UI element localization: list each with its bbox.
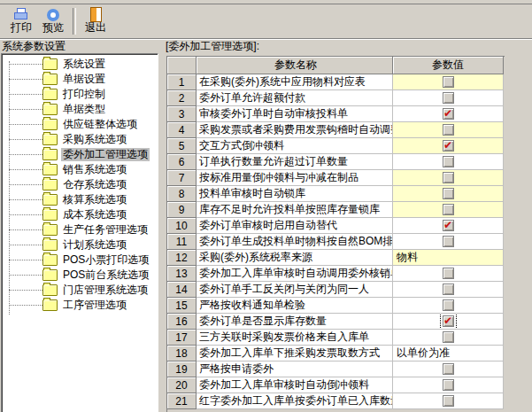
- checkbox-unchecked[interactable]: [443, 172, 454, 183]
- row-number-cell[interactable]: 1: [167, 74, 197, 90]
- parameter-name-cell[interactable]: 按标准用量倒冲领料与冲减在制品: [197, 170, 393, 186]
- parameter-value-cell[interactable]: [393, 393, 504, 409]
- checkbox-unchecked[interactable]: [443, 124, 454, 136]
- row-number-cell[interactable]: 16: [167, 314, 197, 330]
- parameter-name-cell[interactable]: 三方关联时采购发票价格来自入库单: [197, 330, 393, 346]
- parameter-name-cell[interactable]: 委外订单允许超额付款: [197, 90, 393, 106]
- parameter-value-cell[interactable]: ✔: [393, 314, 504, 330]
- tree-item[interactable]: 供应链整体选项: [2, 117, 158, 132]
- parameter-value-cell[interactable]: 物料: [393, 250, 504, 266]
- checkbox-unchecked[interactable]: [443, 156, 454, 167]
- checkbox-unchecked[interactable]: [443, 379, 454, 391]
- preview-button[interactable]: 预览: [37, 6, 69, 36]
- parameter-value-cell[interactable]: [393, 266, 504, 282]
- checkbox-checked[interactable]: ✔: [443, 108, 454, 120]
- row-number-cell[interactable]: 4: [167, 122, 197, 138]
- parameter-value-cell[interactable]: [393, 234, 504, 250]
- parameter-name-cell[interactable]: 委外加工入库单下推采购发票取数方式: [197, 346, 393, 361]
- parameter-name-cell[interactable]: 投料单审核时自动锁库: [197, 186, 393, 202]
- row-number-cell[interactable]: 21: [167, 393, 197, 409]
- tree-item[interactable]: 系统设置: [2, 57, 158, 72]
- tree-item[interactable]: 销售系统选项: [2, 162, 158, 177]
- parameter-value-cell[interactable]: [393, 361, 504, 377]
- parameter-name-cell[interactable]: 库存不足时允许投料单按照库存量锁库: [197, 202, 393, 218]
- parameter-value-cell[interactable]: [393, 154, 504, 170]
- checkbox-unchecked[interactable]: [443, 363, 454, 375]
- parameter-value-cell[interactable]: [393, 186, 504, 202]
- parameter-value-cell[interactable]: [393, 170, 504, 186]
- row-number-cell[interactable]: 2: [167, 90, 197, 106]
- row-number-cell[interactable]: 7: [167, 170, 197, 186]
- tree-item[interactable]: 生产任务管理选项: [2, 222, 158, 237]
- tree-item[interactable]: 打印控制: [2, 87, 158, 102]
- parameter-value-cell[interactable]: [393, 330, 504, 346]
- parameter-name-cell[interactable]: 在采购(委外)系统中应用物料对应表: [197, 74, 393, 90]
- row-number-cell[interactable]: 8: [167, 186, 197, 202]
- checkbox-unchecked[interactable]: [443, 299, 454, 311]
- checkbox-unchecked[interactable]: [443, 76, 454, 88]
- parameter-value-cell[interactable]: [393, 298, 504, 314]
- checkbox-unchecked[interactable]: [443, 284, 454, 295]
- tree-item[interactable]: 单据设置: [2, 72, 158, 87]
- parameter-name-cell[interactable]: 红字委外加工入库单按委外订单已入库数量: [197, 393, 393, 409]
- parameter-value-cell[interactable]: 以单价为准: [393, 346, 504, 361]
- tree-item[interactable]: 门店管理系统选项: [2, 283, 158, 298]
- print-button[interactable]: 打印: [5, 6, 37, 36]
- row-number-cell[interactable]: 12: [167, 250, 197, 266]
- tree-item[interactable]: POS前台系统选项: [2, 268, 158, 283]
- checkbox-unchecked[interactable]: [443, 92, 454, 104]
- parameter-value-cell[interactable]: ✔: [393, 106, 504, 122]
- parameter-name-cell[interactable]: 严格按申请委外: [197, 361, 393, 377]
- tree-item[interactable]: POS小票打印选项: [2, 253, 158, 268]
- row-number-cell[interactable]: 3: [167, 106, 197, 122]
- parameter-value-cell[interactable]: [393, 90, 504, 106]
- checkbox-checked[interactable]: ✔: [443, 140, 454, 152]
- row-number-cell[interactable]: 13: [167, 266, 197, 282]
- checkbox-unchecked[interactable]: [443, 395, 454, 407]
- row-number-cell[interactable]: 6: [167, 154, 197, 170]
- checkbox-unchecked[interactable]: [443, 188, 454, 199]
- parameter-value-cell[interactable]: ✔: [393, 138, 504, 154]
- tree-item[interactable]: 采购系统选项: [2, 132, 158, 147]
- tree-item[interactable]: 核算系统选项: [2, 192, 158, 207]
- parameter-name-cell[interactable]: 委外加工入库单审核时自动倒冲领料: [197, 377, 393, 393]
- parameter-value-cell[interactable]: ✔: [393, 218, 504, 234]
- parameter-name-cell[interactable]: 订单执行数量允许超过订单数量: [197, 154, 393, 170]
- row-number-cell[interactable]: 19: [167, 361, 197, 377]
- parameter-name-cell[interactable]: 委外订单是否显示库存数量: [197, 314, 393, 330]
- row-number-cell[interactable]: 15: [167, 298, 197, 314]
- checkbox-checked[interactable]: ✔: [443, 315, 454, 327]
- row-number-cell[interactable]: 18: [167, 346, 197, 361]
- checkbox-unchecked[interactable]: [443, 331, 454, 343]
- tree-item[interactable]: 委外加工管理选项: [2, 147, 158, 162]
- parameter-value-cell[interactable]: [393, 122, 504, 138]
- parameter-name-cell[interactable]: 采购发票或者采购费用发票钩稽时自动调整: [197, 122, 393, 138]
- tree-item[interactable]: 计划系统选项: [2, 237, 158, 253]
- parameter-name-cell[interactable]: 委外订单审核时启用自动替代: [197, 218, 393, 234]
- parameter-name-cell[interactable]: 严格按收料通知单检验: [197, 298, 393, 314]
- tree-item[interactable]: 工序管理选项: [2, 298, 158, 313]
- tree-item[interactable]: 仓存系统选项: [2, 177, 158, 192]
- row-number-cell[interactable]: 14: [167, 282, 197, 298]
- parameter-value-cell[interactable]: [393, 377, 504, 393]
- row-number-cell[interactable]: 5: [167, 138, 197, 154]
- row-number-cell[interactable]: 11: [167, 234, 197, 250]
- row-number-cell[interactable]: 10: [167, 218, 197, 234]
- tree-item[interactable]: 单据类型: [2, 102, 158, 117]
- parameter-name-cell[interactable]: 委外加工入库单审核时自动调用委外核销单: [197, 266, 393, 282]
- parameter-name-cell[interactable]: 交互方式倒冲领料: [197, 138, 393, 154]
- checkbox-unchecked[interactable]: [443, 268, 454, 279]
- parameter-name-cell[interactable]: 委外订单手工反关闭与关闭为同一人: [197, 282, 393, 298]
- row-number-cell[interactable]: 9: [167, 202, 197, 218]
- parameter-name-cell[interactable]: 审核委外订单时自动审核投料单: [197, 106, 393, 122]
- exit-button[interactable]: 退出: [80, 6, 112, 36]
- tree-item[interactable]: 成本系统选项: [2, 207, 158, 222]
- row-number-cell[interactable]: 17: [167, 330, 197, 346]
- checkbox-unchecked[interactable]: [443, 236, 454, 247]
- checkbox-checked[interactable]: ✔: [443, 220, 454, 231]
- checkbox-unchecked[interactable]: [443, 204, 454, 215]
- parameter-name-cell[interactable]: 采购(委外)系统税率来源: [197, 250, 393, 266]
- row-number-cell[interactable]: 20: [167, 377, 197, 393]
- parameter-value-cell[interactable]: [393, 74, 504, 90]
- parameter-value-cell[interactable]: [393, 282, 504, 298]
